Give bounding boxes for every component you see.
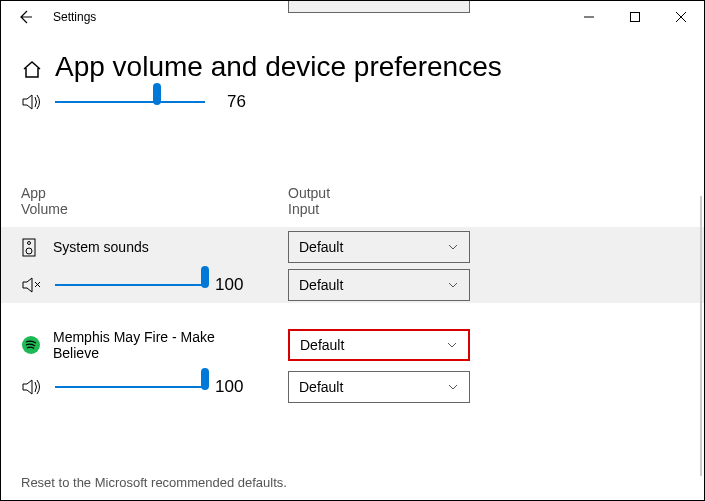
input-dropdown[interactable]: Default	[288, 371, 470, 403]
chevron-down-icon	[447, 279, 459, 291]
col-output: Output	[288, 185, 330, 201]
app-volume-slider[interactable]	[55, 378, 205, 396]
mute-icon[interactable]	[21, 274, 43, 296]
master-volume-value: 76	[227, 92, 257, 112]
window-controls	[566, 1, 704, 33]
app-name: System sounds	[53, 239, 149, 255]
svg-point-5	[22, 336, 40, 354]
column-headers: AppVolume OutputInput	[1, 185, 704, 217]
minimize-icon	[584, 12, 594, 22]
master-volume-slider[interactable]	[55, 93, 205, 111]
col-app: App	[21, 185, 288, 201]
app-volume-value: 100	[215, 377, 245, 397]
chevron-down-icon	[447, 241, 459, 253]
output-dropdown[interactable]: Default	[288, 231, 470, 263]
maximize-icon	[630, 12, 640, 22]
app-row-system-sounds: System sounds Default	[1, 227, 704, 267]
spotify-icon	[21, 335, 41, 355]
arrow-left-icon	[17, 9, 33, 25]
master-device-dropdown[interactable]	[288, 0, 470, 13]
close-button[interactable]	[658, 1, 704, 33]
app-name: Memphis May Fire - Make Believe	[53, 329, 253, 361]
svg-point-3	[26, 248, 32, 254]
reset-text: Reset to the Microsoft recommended defau…	[21, 475, 287, 490]
scrollbar[interactable]	[700, 196, 702, 476]
slider-thumb[interactable]	[201, 368, 209, 390]
app-slider-row: 100 Default	[1, 369, 704, 405]
minimize-button[interactable]	[566, 1, 612, 33]
master-volume-row: 76	[1, 89, 704, 115]
slider-thumb[interactable]	[201, 266, 209, 288]
col-volume: Volume	[21, 201, 288, 217]
app-volume-slider[interactable]	[55, 276, 205, 294]
input-dropdown[interactable]: Default	[288, 269, 470, 301]
maximize-button[interactable]	[612, 1, 658, 33]
page-title: App volume and device preferences	[55, 51, 502, 83]
svg-rect-1	[631, 13, 640, 22]
back-button[interactable]	[13, 5, 37, 29]
app-volume-value: 100	[215, 275, 245, 295]
speaker-icon[interactable]	[21, 376, 43, 398]
system-sounds-icon	[21, 237, 41, 257]
speaker-icon[interactable]	[21, 91, 43, 113]
window-title: Settings	[53, 10, 96, 24]
close-icon	[676, 12, 686, 22]
app-slider-row: 100 Default	[1, 267, 704, 303]
col-input: Input	[288, 201, 330, 217]
page-header: App volume and device preferences	[1, 33, 704, 89]
svg-point-4	[28, 242, 31, 245]
chevron-down-icon	[446, 339, 458, 351]
slider-thumb[interactable]	[153, 83, 161, 105]
output-dropdown[interactable]: Default	[288, 329, 470, 361]
home-icon[interactable]	[21, 58, 43, 80]
chevron-down-icon	[447, 381, 459, 393]
app-row-spotify: Memphis May Fire - Make Believe Default	[1, 321, 704, 369]
